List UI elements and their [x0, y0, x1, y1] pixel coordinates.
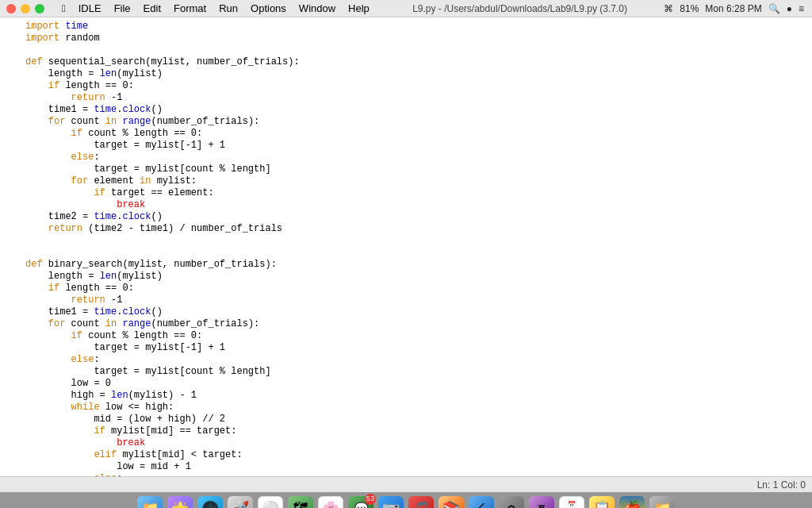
- code-line: elif mylist[mid] < target:: [0, 449, 812, 461]
- code-content: break: [25, 437, 809, 449]
- line-number: [3, 152, 19, 164]
- line-number: [3, 68, 19, 80]
- code-line: if length == 0:: [0, 80, 812, 92]
- line-number: [3, 354, 19, 366]
- code-content: [25, 235, 809, 247]
- line-number: [3, 473, 19, 476]
- dock-chrome[interactable]: ⚪: [258, 496, 283, 509]
- search-icon[interactable]: 🔍: [768, 3, 780, 14]
- menu-options[interactable]: Options: [244, 1, 293, 16]
- code-content: if mylist[mid] == target:: [25, 425, 809, 437]
- line-number: [3, 116, 19, 128]
- code-line: target = mylist[count % length]: [0, 164, 812, 175]
- code-line: if count % length == 0:: [0, 330, 812, 342]
- code-line: while low <= high:: [0, 402, 812, 414]
- code-line: return (time2 - time1) / number_of_trial…: [0, 223, 812, 235]
- menu-format[interactable]: Format: [167, 1, 213, 16]
- line-number: [3, 306, 19, 318]
- code-content: for count in range(number_of_trials):: [25, 318, 809, 330]
- line-number: [3, 223, 19, 235]
- code-line: low = 0: [0, 378, 812, 390]
- line-number: [3, 461, 19, 473]
- dock-finder2[interactable]: 📁: [649, 496, 675, 509]
- code-content: return -1: [25, 294, 809, 306]
- code-content: [25, 44, 809, 56]
- user-icon: ●: [787, 3, 792, 14]
- code-content: mid = (low + high) // 2: [25, 414, 809, 425]
- code-line: mid = (low + high) // 2: [0, 414, 812, 425]
- code-line: time1 = time.clock(): [0, 104, 812, 116]
- menu-idle[interactable]: IDLE: [72, 1, 108, 16]
- traffic-light-green[interactable]: [35, 4, 44, 13]
- code-content: if length == 0:: [25, 283, 809, 294]
- dock-finder[interactable]: 📁: [137, 496, 163, 509]
- code-content: if target == element:: [25, 187, 809, 199]
- code-line: if count % length == 0:: [0, 128, 812, 140]
- line-number: [3, 318, 19, 330]
- menu-run[interactable]: Run: [213, 1, 244, 16]
- line-number: [3, 128, 19, 140]
- code-line: [0, 247, 812, 259]
- menu-window[interactable]: Window: [293, 1, 342, 16]
- dock-facetime[interactable]: 📷: [378, 496, 404, 509]
- code-line: [0, 44, 812, 56]
- code-line: high = len(mylist) - 1: [0, 390, 812, 402]
- code-line: for element in mylist:: [0, 175, 812, 187]
- code-line: time1 = time.clock(): [0, 306, 812, 318]
- dock-ibooks[interactable]: 📚: [439, 496, 464, 509]
- traffic-light-red[interactable]: [6, 4, 16, 13]
- code-content: [25, 247, 809, 259]
- dock-siri[interactable]: 🌟: [167, 496, 193, 509]
- dock-python[interactable]: 🍎: [619, 496, 645, 509]
- dock-launchpad[interactable]: 🚀: [228, 496, 253, 509]
- messages-badge: 53: [365, 494, 376, 505]
- traffic-light-yellow[interactable]: [21, 4, 30, 13]
- code-line: target = mylist[count % length]: [0, 366, 812, 378]
- dock-music[interactable]: 🎵: [408, 496, 434, 509]
- dock-maps[interactable]: 🗺: [288, 496, 313, 509]
- code-line: import random: [0, 33, 812, 44]
- code-content: length = len(mylist): [25, 68, 809, 80]
- line-number: [3, 235, 19, 247]
- line-number: [3, 330, 19, 342]
- code-content: if count % length == 0:: [25, 330, 809, 342]
- line-number: [3, 390, 19, 402]
- line-number: [3, 187, 19, 199]
- dock-notes[interactable]: 📋: [589, 496, 615, 509]
- line-number: [3, 164, 19, 175]
- code-content: low = 0: [25, 378, 809, 390]
- dock-calendar[interactable]: 📅 23: [559, 496, 584, 509]
- dock-chess[interactable]: ♜: [529, 496, 554, 509]
- code-line: return -1: [0, 294, 812, 306]
- dock-appstore[interactable]: ☇: [469, 496, 494, 509]
- dock-safari[interactable]: 🌑: [197, 496, 223, 509]
- line-number: [3, 425, 19, 437]
- code-content: def sequential_search(mylist, number_of_…: [25, 56, 809, 68]
- menu-file[interactable]: File: [108, 1, 137, 16]
- menu-help[interactable]: Help: [342, 1, 376, 16]
- dock-systemprefs[interactable]: ⚙: [499, 496, 524, 509]
- menu-apple[interactable]: : [56, 1, 72, 16]
- line-number: [3, 259, 19, 271]
- code-line: length = len(mylist): [0, 271, 812, 283]
- more-icon[interactable]: ≡: [799, 3, 804, 14]
- line-number: [3, 294, 19, 306]
- code-line: if length == 0:: [0, 283, 812, 294]
- code-content: low = mid + 1: [25, 461, 809, 473]
- line-number: [3, 437, 19, 449]
- line-number: [3, 175, 19, 187]
- code-content: import time: [25, 21, 809, 33]
- line-number: [3, 366, 19, 378]
- code-content: return -1: [25, 92, 809, 104]
- line-number: [3, 56, 19, 68]
- battery-indicator: 81%: [680, 3, 699, 14]
- line-number: [3, 211, 19, 223]
- code-content: target = mylist[count % length]: [25, 164, 809, 175]
- line-number: [3, 92, 19, 104]
- code-editor[interactable]: import timeimport random def sequential_…: [0, 17, 812, 476]
- statusbar: Ln: 1 Col: 0: [0, 476, 812, 492]
- menu-edit[interactable]: Edit: [137, 1, 167, 16]
- dock-photos[interactable]: 🌸: [318, 496, 343, 509]
- dock-messages[interactable]: 💬 53: [348, 496, 373, 509]
- code-line: for count in range(number_of_trials):: [0, 318, 812, 330]
